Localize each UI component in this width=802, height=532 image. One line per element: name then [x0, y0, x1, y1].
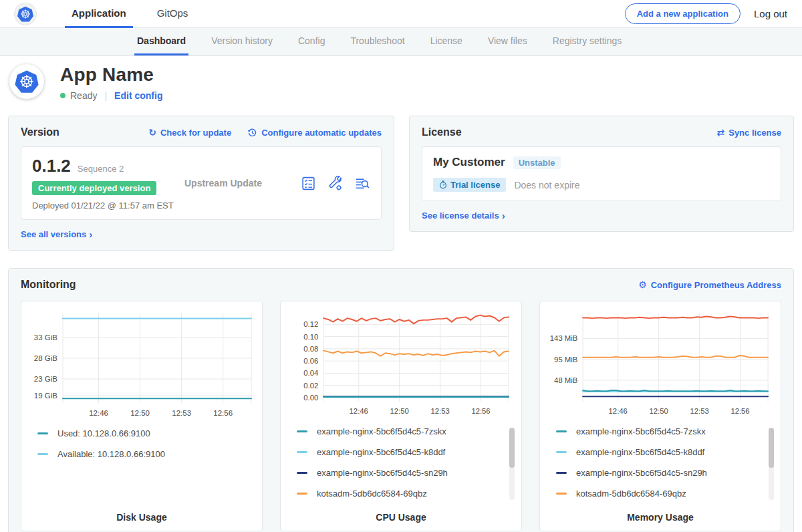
- svg-text:0.12: 0.12: [303, 320, 318, 328]
- svg-text:12:50: 12:50: [650, 407, 668, 415]
- svg-text:23 GiB: 23 GiB: [34, 375, 57, 383]
- monitoring-title: Monitoring: [21, 279, 76, 291]
- svg-text:28 GiB: 28 GiB: [34, 354, 57, 362]
- legend-item: kotsadm-5db6dc6584-69qbz: [556, 489, 774, 499]
- svg-text:12:56: 12:56: [730, 407, 749, 415]
- legend-label: example-nginx-5bc6f5d4c5-7zskx: [317, 426, 446, 436]
- version-card-title: Version: [21, 126, 59, 138]
- svg-text:12:46: 12:46: [350, 407, 368, 415]
- deployed-timestamp: Deployed 01/21/22 @ 11:57 am EST: [32, 201, 184, 211]
- subnav-view-files[interactable]: View files: [485, 28, 530, 55]
- see-all-versions-link[interactable]: See all versions ›: [21, 229, 382, 240]
- subnav-troubleshoot[interactable]: Troubleshoot: [348, 28, 407, 55]
- legend-label: Available: 10.128.0.66:9100: [57, 449, 165, 459]
- legend-swatch: [556, 451, 567, 453]
- legend-item: example-nginx-5bc6f5d4c5-7zskx: [297, 426, 515, 436]
- disk-usage-card: 33 GiB28 GiB23 GiB19 GiB12:4612:5012:531…: [21, 301, 263, 531]
- chevron-right-icon: ›: [89, 229, 92, 240]
- tab-gitops[interactable]: GitOps: [150, 0, 195, 28]
- legend-swatch: [556, 472, 567, 474]
- legend-swatch: [37, 453, 48, 455]
- subnav-license[interactable]: License: [428, 28, 465, 55]
- cpu-usage-card: 0.120.100.080.060.040.020.0012:4612:5012…: [280, 301, 522, 531]
- legend-scrollbar-thumb[interactable]: [509, 428, 515, 468]
- svg-text:0.10: 0.10: [303, 333, 318, 341]
- top-nav: Application GitOps Add a new application…: [0, 0, 802, 28]
- legend-swatch: [556, 493, 567, 495]
- preflight-checks-icon[interactable]: [301, 176, 316, 191]
- app-sub-nav: Dashboard Version history Config Trouble…: [0, 28, 802, 56]
- version-number: 0.1.2: [32, 156, 71, 176]
- subnav-dashboard[interactable]: Dashboard: [134, 28, 188, 55]
- see-license-details-link[interactable]: See license details ›: [422, 210, 781, 221]
- deploy-logs-icon[interactable]: [354, 176, 370, 191]
- app-name-title: App Name: [60, 64, 162, 86]
- chevron-right-icon: ›: [502, 210, 505, 221]
- svg-text:0.04: 0.04: [303, 369, 318, 377]
- add-new-application-button[interactable]: Add a new application: [625, 3, 741, 24]
- see-all-versions-label: See all versions: [21, 229, 86, 239]
- legend-item: Used: 10.128.0.66:9100: [37, 428, 255, 438]
- deployed-badge: Currently deployed version: [32, 181, 156, 195]
- svg-text:12:53: 12:53: [430, 407, 449, 415]
- divider: |: [104, 90, 107, 101]
- svg-text:12:46: 12:46: [609, 407, 628, 415]
- tab-application[interactable]: Application: [65, 0, 133, 28]
- legend-swatch: [297, 493, 307, 495]
- sync-license-label: Sync license: [728, 128, 781, 138]
- legend-label: example-nginx-5bc6f5d4c5-7zskx: [576, 426, 706, 436]
- version-sequence: Sequence 2: [78, 164, 124, 174]
- current-version-box: 0.1.2 Sequence 2 Currently deployed vers…: [21, 146, 382, 220]
- svg-text:143 MiB: 143 MiB: [550, 334, 577, 342]
- configure-prometheus-link[interactable]: ⚙ Configure Prometheus Address: [638, 280, 781, 290]
- edit-config-link[interactable]: Edit config: [114, 90, 162, 101]
- kubernetes-logo-icon: [17, 5, 34, 23]
- version-source: Upstream Update: [184, 178, 262, 188]
- legend-swatch: [297, 451, 307, 453]
- legend-scrollbar[interactable]: [509, 428, 515, 500]
- legend-scrollbar[interactable]: [769, 428, 774, 500]
- configure-automatic-updates-label: Configure automatic updates: [261, 128, 382, 138]
- sync-license-link[interactable]: ⇄ Sync license: [716, 128, 781, 138]
- legend-item: kotsadm-5db6dc6584-69qbz: [297, 489, 515, 499]
- disk-usage-legend: Used: 10.128.0.66:9100Available: 10.128.…: [28, 428, 255, 509]
- svg-text:0.00: 0.00: [303, 394, 318, 402]
- logout-button[interactable]: Log out: [754, 8, 787, 19]
- memory-usage-chart: 143 MiB95 MiB48 MiB12:4612:5012:5312:56: [547, 308, 774, 418]
- svg-text:0.06: 0.06: [303, 357, 318, 365]
- version-card: Version ↻ Check for update Configure aut…: [8, 116, 394, 251]
- refresh-icon: ↻: [148, 128, 156, 137]
- svg-text:0.08: 0.08: [303, 345, 318, 353]
- check-for-update-link[interactable]: ↻ Check for update: [148, 128, 231, 138]
- legend-swatch: [556, 430, 567, 432]
- see-license-details-label: See license details: [422, 211, 499, 221]
- subnav-version-history[interactable]: Version history: [209, 28, 275, 55]
- app-status-text: Ready: [70, 90, 97, 101]
- disk-usage-title: Disk Usage: [28, 512, 255, 523]
- legend-item: example-nginx-5bc6f5d4c5-7zskx: [556, 426, 774, 436]
- legend-item: example-nginx-5bc6f5d4c5-sn29h: [297, 468, 515, 478]
- legend-label: Used: 10.128.0.66:9100: [57, 428, 150, 438]
- license-type-badge: Trial license: [433, 178, 506, 192]
- app-header: App Name Ready | Edit config: [0, 56, 802, 110]
- legend-item: example-nginx-5bc6f5d4c5-sn29h: [556, 468, 774, 478]
- cpu-usage-title: CPU Usage: [287, 512, 515, 523]
- kubernetes-logo: [15, 3, 36, 25]
- license-card-title: License: [422, 126, 462, 138]
- subnav-registry-settings[interactable]: Registry settings: [550, 28, 624, 55]
- legend-scrollbar-thumb[interactable]: [769, 428, 774, 468]
- legend-item: example-nginx-5bc6f5d4c5-k8ddf: [297, 447, 515, 457]
- channel-badge: Unstable: [513, 156, 561, 169]
- svg-text:12:50: 12:50: [130, 409, 150, 417]
- legend-item: example-nginx-5bc6f5d4c5-k8ddf: [556, 447, 774, 457]
- config-wrench-icon[interactable]: [327, 176, 343, 191]
- configure-automatic-updates-link[interactable]: Configure automatic updates: [247, 128, 382, 138]
- top-nav-tabs: Application GitOps: [56, 0, 203, 28]
- subnav-config[interactable]: Config: [295, 28, 327, 55]
- cpu-usage-chart: 0.120.100.080.060.040.020.0012:4612:5012…: [287, 308, 515, 418]
- update-schedule-icon: [247, 128, 257, 138]
- svg-text:12:53: 12:53: [690, 407, 708, 415]
- check-for-update-label: Check for update: [160, 128, 231, 138]
- license-details-box: My Customer Unstable Trial license Does …: [422, 146, 781, 201]
- svg-text:95 MiB: 95 MiB: [554, 356, 577, 364]
